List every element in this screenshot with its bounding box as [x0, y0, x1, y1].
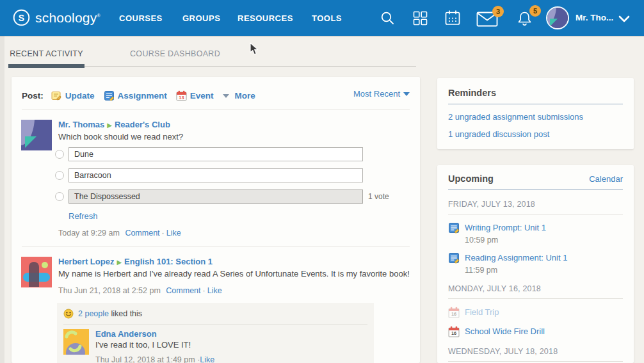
upcoming-date-header: MONDAY, JULY 16, 2018: [448, 284, 623, 293]
schoology-s-icon: S: [13, 9, 30, 26]
user-menu-chevron-icon[interactable]: [618, 15, 630, 22]
event-reading-assignment-link[interactable]: Reading Assignment: Unit 1: [465, 253, 567, 262]
assignment-icon: [448, 222, 460, 234]
course-link[interactable]: English 101: Section 1: [124, 257, 213, 266]
tab-course-dashboard[interactable]: COURSE DASHBOARD: [116, 49, 234, 58]
poll-radio-barracoon[interactable]: [55, 171, 64, 180]
comment-timestamp: Thu Jul 12, 2018 at 1:49 pm: [95, 355, 195, 363]
event-time: 10:59 pm: [465, 236, 623, 245]
nav-courses[interactable]: COURSES: [119, 13, 163, 23]
poll-question: Which book should we read next?: [58, 132, 410, 141]
sort-caret-icon: [403, 92, 410, 96]
poll-radio-dispossessed[interactable]: [55, 192, 64, 201]
author-link[interactable]: Mr. Thomas: [58, 120, 104, 129]
upcoming-date-header: WEDNESDAY, JULY 18, 2018: [448, 347, 623, 356]
tab-recent-activity[interactable]: RECENT ACTIVITY: [8, 49, 85, 58]
sort-dropdown-label: Most Recent: [353, 89, 400, 99]
post-more-label: More: [235, 91, 255, 101]
comment-text: I've read it too, I LOVE IT!: [95, 340, 367, 350]
upcoming-event: Reading Assignment: Unit 1: [448, 252, 623, 264]
calendar-link[interactable]: Calendar: [589, 174, 623, 184]
post-toolbar: Post: Update Assignment: [12, 77, 420, 109]
upcoming-title: Upcoming: [448, 173, 494, 184]
nav-resources[interactable]: RESOURCES: [237, 13, 293, 23]
post-header: Herbert Lopez▶English 101: Section 1: [58, 257, 410, 266]
avatar-herbert-lopez-image: [21, 257, 52, 287]
upcoming-event: Writing Prompt: Unit 1: [448, 222, 623, 234]
poll-radio-dune[interactable]: [55, 150, 64, 159]
date-rule: [448, 298, 623, 299]
apps-grid-icon[interactable]: [413, 11, 428, 26]
poll-refresh-link[interactable]: Refresh: [68, 211, 98, 221]
nav-tools[interactable]: TOOLS: [312, 13, 342, 23]
schoology-logo[interactable]: S schoology®: [13, 9, 101, 26]
post-event-label: Event: [190, 91, 214, 101]
meta-separator: ·: [203, 286, 205, 295]
calendar-day-icon: 16: [448, 307, 460, 318]
brand-mark: ®: [97, 13, 100, 18]
post-body: My name is Herbert and I've already read…: [58, 269, 410, 278]
smiley-icon: [63, 309, 74, 319]
calendar-icon[interactable]: [444, 10, 461, 26]
search-icon[interactable]: [380, 11, 395, 26]
user-avatar[interactable]: [546, 6, 569, 29]
likes-count-link[interactable]: 2 people: [78, 309, 109, 318]
avatar-mr-thomas[interactable]: [21, 120, 52, 150]
poll-option-row: Barracoon: [55, 168, 410, 182]
avatar-edna-anderson[interactable]: [63, 329, 89, 355]
post-assignment-button[interactable]: Assignment: [104, 90, 167, 101]
poll-vote-count: 1 vote: [368, 192, 389, 201]
event-field-trip-link[interactable]: Field Trip: [465, 307, 499, 317]
poll-option-row: Dune: [55, 147, 410, 161]
breadcrumb-arrow-icon: ▶: [117, 259, 122, 266]
post-more-button[interactable]: More: [223, 91, 255, 101]
sort-dropdown[interactable]: Most Recent: [353, 89, 410, 99]
nav-groups[interactable]: GROUPS: [182, 13, 220, 23]
post-update-button[interactable]: Update: [51, 90, 95, 101]
date-rule: [448, 214, 623, 214]
comment-meta: Thu Jul 12, 2018 at 1:49 pm ·Like: [95, 355, 367, 363]
upcoming-event: 16 Field Trip: [448, 307, 623, 318]
post-poll: Mr. Thomas▶Reader's Club Which book shou…: [12, 110, 420, 246]
activity-feed-card: Post: Update Assignment: [12, 77, 420, 363]
messages-badge[interactable]: 3: [492, 6, 504, 17]
post-header: Mr. Thomas▶Reader's Club: [58, 120, 410, 129]
upcoming-date-header: FRIDAY, JULY 13, 2018: [448, 200, 623, 209]
svg-text:13: 13: [179, 95, 184, 101]
event-fire-drill-link[interactable]: School Wide Fire Drill: [465, 327, 545, 336]
avatar-mr-thomas-image: [21, 120, 52, 150]
comments-section: 2 people liked this Edna Anderson I've r…: [57, 303, 374, 363]
post-timestamp: Thu Jun 21, 2018 at 2:52 pm: [58, 286, 161, 295]
user-name[interactable]: Mr. Tho...: [576, 13, 613, 22]
notifications-badge[interactable]: 5: [529, 5, 541, 17]
poll-option-row: The Dispossessed 1 vote: [55, 190, 410, 204]
meta-separator: ·: [162, 229, 165, 238]
author-link[interactable]: Herbert Lopez: [58, 257, 114, 266]
reminder-ungraded-assignments-link[interactable]: 2 ungraded assignment submissions: [448, 112, 623, 122]
post-event-button[interactable]: 13 Event: [176, 90, 214, 101]
poll-option-dispossessed: The Dispossessed: [68, 190, 363, 204]
commenter-link[interactable]: Edna Anderson: [95, 329, 157, 339]
event-writing-prompt-link[interactable]: Writing Prompt: Unit 1: [465, 223, 546, 232]
svg-text:16: 16: [451, 311, 456, 317]
avatar-herbert-lopez[interactable]: [21, 257, 52, 287]
comment-item: Edna Anderson I've read it too, I LOVE I…: [63, 325, 367, 363]
more-caret-icon: [223, 94, 229, 98]
assignment-icon: [448, 252, 460, 264]
tab-course-dashboard-label: COURSE DASHBOARD: [130, 49, 220, 58]
breadcrumb-arrow-icon: ▶: [107, 122, 112, 129]
brand-text: schoology®: [35, 10, 101, 26]
upcoming-panel: Upcoming Calendar FRIDAY, JULY 13, 2018 …: [437, 165, 634, 363]
comment-like-link[interactable]: Like: [200, 355, 214, 363]
post-herbert: Herbert Lopez▶English 101: Section 1 My …: [12, 247, 420, 363]
assignment-icon: [104, 90, 115, 101]
like-link[interactable]: Like: [166, 229, 181, 238]
calendar-day-icon: 16: [448, 326, 460, 337]
comment-link[interactable]: Comment: [166, 286, 200, 295]
tab-recent-activity-label: RECENT ACTIVITY: [10, 49, 83, 58]
course-link[interactable]: Reader's Club: [115, 120, 170, 129]
reminder-ungraded-discussion-link[interactable]: 1 ungraded discussion post: [448, 129, 623, 139]
post-label: Post:: [22, 91, 44, 101]
like-link[interactable]: Like: [207, 286, 222, 295]
comment-link[interactable]: Comment: [125, 229, 159, 238]
